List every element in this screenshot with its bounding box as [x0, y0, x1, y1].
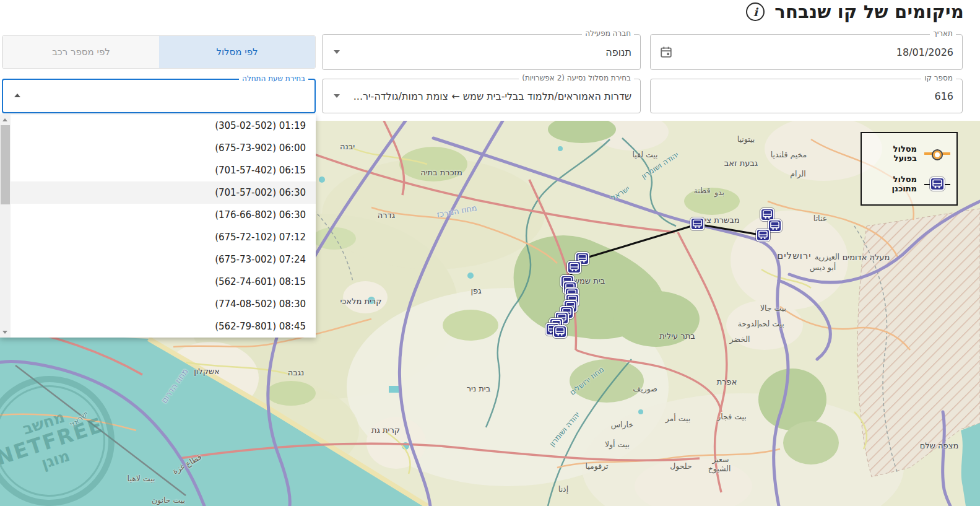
map-label: سعير [712, 455, 729, 464]
time-option[interactable]: (562-74-601) 08:15 [11, 271, 316, 293]
map-label: מעלה אדומים [843, 253, 890, 262]
map-label: حلحول [670, 461, 692, 471]
map-label: أبو ديس [810, 263, 836, 272]
chevron-down-icon [334, 50, 340, 54]
map-label: بيت لقيا [632, 150, 657, 159]
map-label: מחוז המרכז [436, 203, 477, 219]
map-label: מבשרת ציון [700, 216, 739, 225]
page-title: מיקומים של קו שנבחר [774, 1, 964, 22]
bus-marker[interactable] [690, 217, 705, 230]
info-icon[interactable]: i [746, 2, 765, 21]
chevron-up-icon [14, 94, 20, 97]
map-label: מצפה שלם [920, 441, 959, 450]
map-label: ישראל [609, 184, 631, 203]
map-label: יהודה ושומרון [640, 150, 680, 180]
date-field[interactable]: תאריך 18/01/2026 [650, 34, 963, 70]
map-legend: מסלול בפועל מסלול מתוכנן [861, 132, 958, 206]
tab-by-route[interactable]: לפי מסלול [159, 36, 315, 68]
map-label: بدو [714, 188, 724, 197]
bus-marker[interactable] [567, 261, 581, 274]
map-label: الدوحة [738, 319, 759, 328]
map-label: גבעת זאב [724, 159, 758, 168]
tab-by-vehicle-number[interactable]: לפי מספר רכב [2, 36, 159, 68]
time-option[interactable]: (701-57-002) 06:30 [11, 181, 316, 204]
line-number-value: 616 [651, 79, 962, 113]
filters-column-right: תאריך 18/01/2026 מספר קו 616 [650, 34, 963, 113]
start-time-label: בחירת שעת התחלה [239, 74, 308, 84]
map-label: الشيوخ [708, 464, 731, 473]
map-label: بيت أمر [666, 414, 691, 423]
actual-route-icon [924, 152, 950, 155]
route-value: שדרות האמוראים/תלמוד בבלי-בית שמש ← צומת… [323, 79, 640, 113]
map-label: بيت لاهيا [128, 474, 155, 483]
date-value: 18/01/2026 [651, 35, 962, 69]
map-label: بيت جالا [760, 303, 786, 313]
map-label: אשקלון [194, 367, 220, 376]
map-label: קרית מלאכי [340, 297, 382, 306]
map-label: יהודה ושומרון [548, 410, 582, 448]
map-label: خاراس [611, 420, 633, 429]
route-label: בחירת מסלול נסיעה (2 אפשרויות) [519, 74, 634, 84]
time-option[interactable]: (774-08-502) 08:30 [11, 293, 316, 315]
route-select[interactable]: בחירת מסלול נסיעה (2 אפשרויות) שדרות האמ… [322, 79, 641, 113]
map-label: بيتونيا [737, 134, 755, 144]
line-number-field[interactable]: מספר קו 616 [650, 79, 963, 113]
map-label: بيت لحم [757, 319, 784, 328]
map-label: بيت فجار [717, 412, 746, 421]
map-label: ترقوميا [585, 461, 608, 471]
line-number-label: מספר קו [921, 74, 956, 84]
planned-route-icon [924, 176, 950, 192]
map-label: إذنا [558, 484, 568, 494]
time-option[interactable]: (675-73-002) 07:24 [11, 248, 316, 271]
mode-tabs: לפי מסלול לפי מספר רכב [2, 35, 316, 69]
start-time-select[interactable]: בחירת שעת התחלה [2, 79, 316, 113]
scrollbar-thumb[interactable] [1, 125, 10, 204]
chevron-down-icon [334, 94, 340, 98]
operator-label: חברה מפעילה [582, 29, 634, 39]
start-time-value [3, 80, 314, 112]
map-label: قطنة [694, 186, 711, 195]
dropdown-scrollbar[interactable] [0, 115, 11, 338]
start-time-options-panel: (305-02-502) 01:19(675-73-902) 06:00(701… [0, 115, 316, 338]
map-label: בתר עילית [659, 331, 695, 341]
map-label: الخضر [729, 334, 750, 344]
map-label: אפרת [717, 377, 737, 386]
legend-planned-route: מסלול מתוכנן [868, 175, 950, 193]
map-label: קרית גת [371, 425, 400, 435]
filters-column-left: לפי מסלול לפי מספר רכב בחירת שעת התחלה [2, 35, 316, 113]
time-option[interactable]: (675-73-902) 06:00 [11, 137, 316, 159]
map-label: ישראל [69, 409, 90, 429]
filters-column-middle: חברה מפעילה תנופה בחירת מסלול נסיעה (2 א… [322, 34, 641, 113]
map-label: مخيم قلنديا [771, 150, 807, 159]
scroll-up-icon[interactable] [2, 118, 7, 121]
bus-marker[interactable] [756, 229, 770, 242]
time-option[interactable]: (305-02-502) 01:19 [11, 115, 316, 137]
map-label: العيزرية [815, 252, 839, 261]
map-label: מחוז ירושלים [568, 365, 606, 397]
map-label: قطاع غزة [171, 452, 203, 476]
page-header: מיקומים של קו שנבחר i [746, 1, 964, 22]
map-label: מחוז הדרום [159, 367, 189, 405]
map-label: عناتا [813, 214, 827, 223]
scroll-down-icon[interactable] [2, 331, 7, 334]
date-label: תאריך [930, 29, 956, 39]
map-label: بيت حانون [152, 495, 185, 505]
operator-select[interactable]: חברה מפעילה תנופה [322, 34, 641, 70]
time-option[interactable]: (562-79-801) 08:45 [11, 315, 316, 338]
map-label: בית שמש [574, 276, 605, 286]
map-label: נגבה [288, 368, 305, 377]
time-option[interactable]: (675-72-102) 07:12 [11, 226, 316, 248]
map-label: בית ניר [467, 384, 491, 393]
time-option[interactable]: (176-66-802) 06:30 [11, 204, 316, 226]
operator-value: תנופה [323, 35, 640, 69]
calendar-icon[interactable] [659, 45, 673, 59]
map-label: גפן [470, 286, 481, 295]
legend-actual-route: מסלול בפועל [868, 144, 950, 163]
time-options-list: (305-02-502) 01:19(675-73-902) 06:00(701… [11, 115, 316, 338]
time-option[interactable]: (701-57-402) 06:15 [11, 159, 316, 181]
map-label: الرام [790, 169, 805, 178]
map-label: מזכרת בתיה [420, 168, 462, 177]
map-label: ירושלים [777, 250, 811, 261]
bus-marker[interactable] [553, 325, 567, 338]
map-label: بيت أولا [605, 440, 630, 449]
